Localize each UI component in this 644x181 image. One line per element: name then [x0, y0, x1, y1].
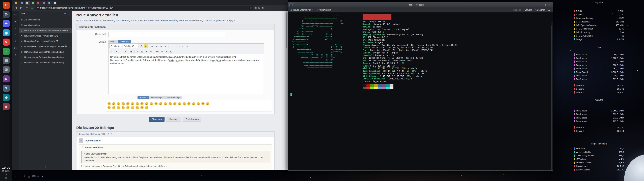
smiley-button[interactable]: ☺ [108, 102, 111, 106]
smiley-button[interactable]: ☺ [140, 102, 144, 106]
spoiler-icon[interactable]: ▣ [129, 50, 133, 53]
app-chat-icon[interactable]: ◆ [3, 94, 10, 101]
sidebar-tab-item[interactable]: ▤Neue Antwort erstellen - Informationen … [18, 28, 72, 33]
align-justify-icon[interactable]: ≡ [164, 44, 168, 48]
align-right-icon[interactable]: ≡ [159, 44, 163, 48]
panel-windows-icon[interactable]: ▢ [14, 46, 16, 50]
outdent-icon[interactable]: ⇤ [180, 44, 184, 48]
app-tools-icon[interactable]: ◈ [3, 103, 10, 110]
smiley-button[interactable]: ☺ [202, 102, 204, 106]
smiley-button[interactable]: ☺ [136, 102, 139, 106]
smiley-button[interactable]: ☺ [131, 102, 134, 106]
special-char-icon[interactable]: Ω [160, 50, 164, 53]
avatar[interactable]: ☺ [79, 138, 83, 143]
smiley-button[interactable]: ☺ [131, 106, 134, 109]
breadcrumb-link[interactable]: Aqua Computer Forum [76, 19, 98, 22]
numbered-list-icon[interactable]: 1. [174, 44, 178, 48]
redo-icon[interactable]: ↷ [114, 50, 118, 53]
minimize-icon[interactable]: − [538, 4, 542, 6]
smiley-insert-icon[interactable]: ☻ [164, 50, 168, 53]
tray-arrow-icon[interactable]: ▲ [41, 175, 44, 178]
hamburger-menu-icon[interactable]: ☰ [547, 9, 551, 11]
panel-history-icon[interactable]: ↺ [14, 33, 16, 36]
link-icon[interactable]: ∞ [136, 50, 140, 53]
code-icon[interactable]: </> [125, 50, 129, 53]
forward-icon[interactable]: ▶ [19, 6, 23, 9]
scrollbar-thumb[interactable] [551, 26, 552, 170]
tray-clipboard-icon[interactable]: ▤ [28, 175, 30, 178]
browser-tab[interactable] [19, 1, 24, 5]
smiley-button[interactable]: ☺ [183, 102, 186, 106]
submit-button[interactable]: Absenden [149, 117, 165, 122]
smiley-button[interactable]: ☺ [206, 102, 209, 106]
reset-button[interactable]: Zurücksetzen [183, 117, 202, 122]
smiley-button[interactable]: ☺ [150, 102, 153, 106]
smiley-button[interactable]: ☺ [126, 106, 130, 109]
tab-einstellungen[interactable]: Einstellungen [149, 96, 165, 100]
breadcrumb-link[interactable]: Überwachung und Steuerung [102, 19, 130, 22]
forum-scrollbar[interactable] [286, 12, 287, 170]
smiley-button[interactable]: ☺ [154, 102, 158, 106]
panel-notes-icon[interactable]: ✎ [14, 40, 16, 43]
quote-icon[interactable]: “ [120, 50, 124, 53]
terminal-content[interactable]: .-------------------------: .+==========… [288, 12, 553, 170]
sidebar-tab-item[interactable]: ☺Home Assistant Dashboards - Mega-Beitra… [18, 49, 72, 55]
search-button[interactable]: Suchen [534, 9, 546, 11]
panel-add-icon[interactable]: + [15, 53, 16, 56]
smiley-button[interactable]: ☺ [126, 102, 130, 106]
smiley-button[interactable]: ☺ [178, 102, 181, 106]
smiley-button[interactable]: ☺ [122, 102, 125, 106]
tab-smileys[interactable]: Smileys [138, 96, 148, 100]
panel-bookmarks-icon[interactable]: ☆ [14, 13, 16, 16]
terminal-titlebar[interactable]: >_ ~ - fish — Konsole − ▢ × [288, 2, 553, 7]
browser-tab[interactable] [52, 1, 57, 5]
sidebar-tab-item[interactable]: ☺Home Assistant Dashboards - Mega-Beitra… [18, 55, 72, 60]
smiley-button[interactable]: ☺ [112, 102, 116, 106]
sidebar-tab-item[interactable]: ◩Navigation Groups - News | Igor`sLAB [18, 38, 72, 44]
scroll-up-icon[interactable]: ▲ [551, 22, 553, 25]
new-tab-button[interactable]: + [18, 164, 72, 170]
panel-downloads-icon[interactable]: ↓ [15, 27, 16, 30]
smiley-button[interactable]: ☺ [197, 102, 200, 106]
virtual-desktop-icon[interactable]: ▤ [5, 177, 7, 179]
dock-clock[interactable]: 19:00 Mi 05.03. [2, 166, 10, 173]
browser-tab[interactable] [41, 1, 46, 5]
fullscreen-icon[interactable]: ◱ [169, 50, 173, 53]
smiley-button[interactable]: ☺ [187, 102, 190, 106]
font-color-icon[interactable]: A [139, 44, 143, 48]
browser-tab[interactable] [14, 1, 18, 5]
font-family-select[interactable]: Schriftart▾ [110, 44, 122, 48]
app-editor-icon[interactable]: ✎ [3, 85, 10, 92]
tab-editor[interactable]: Editor [108, 40, 118, 44]
terminal-scrollbar[interactable]: ▲ ▼ [551, 22, 553, 170]
align-center-icon[interactable]: ≡ [154, 44, 158, 48]
smiley-button[interactable]: ☺ [145, 102, 148, 106]
browser-tab[interactable] [36, 1, 41, 5]
app-files-icon[interactable]: ▤ [3, 57, 10, 64]
tab-quellcode[interactable]: Quellcode [118, 40, 131, 44]
tray-volume-icon[interactable]: ♪ [18, 175, 21, 178]
smiley-button[interactable]: ☺ [122, 106, 125, 109]
copy-button[interactable]: Kopieren [512, 9, 522, 11]
split-view-button[interactable]: ◫ Ansicht teilen [315, 8, 332, 11]
smiley-button[interactable]: ☺ [117, 102, 120, 106]
tray-expander-icon[interactable]: ▲ [5, 173, 7, 176]
image-icon[interactable]: ▨ [140, 50, 144, 53]
home-icon[interactable]: ⌂ [30, 6, 34, 9]
sidebar-tab-item[interactable]: ☺Home Assistant Dashboards - Mega-Beitra… [18, 60, 72, 65]
font-highlight-icon[interactable]: A [144, 44, 148, 48]
app-music-icon[interactable]: ♪ [3, 48, 10, 55]
tray-mail-icon[interactable]: ✉ [37, 175, 40, 178]
post-textarea[interactable]: Ich lebe seit fast 30 Jahren unter Linux… [108, 54, 264, 94]
post-author-link[interactable]: Taubenhaucher [84, 140, 100, 142]
app-discord-icon[interactable]: ✦ [3, 20, 10, 27]
app-media-icon[interactable]: ▶ [3, 76, 10, 82]
quote-title[interactable]: ❝Zitat von »Kowelenz« [84, 152, 268, 155]
app-telegram-icon[interactable]: ◉ [3, 29, 10, 36]
browser-tab[interactable] [47, 1, 52, 5]
breadcrumb-link[interactable]: Informationen zu Windows Defender Warnun… [133, 19, 233, 22]
font-size-select[interactable]: Schriftgröße▾ [123, 44, 139, 48]
undo-icon[interactable]: ↶ [110, 50, 114, 53]
hr-icon[interactable]: ― [155, 50, 159, 53]
sidebar-tab-item[interactable]: ●Meine NEUE Dashboard-Strategy ist für A… [18, 44, 72, 49]
